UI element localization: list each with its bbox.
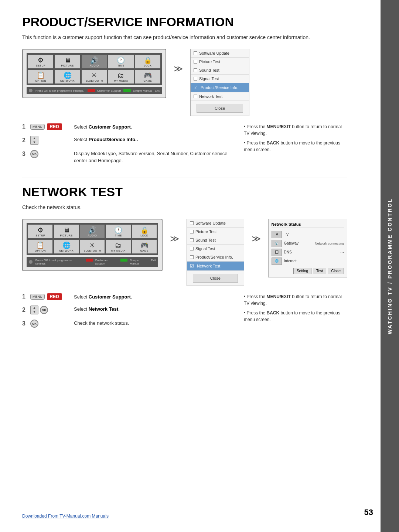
time2-label: TIME: [115, 234, 122, 237]
dns-network-icon: 🔲: [272, 249, 282, 256]
side-menu-1: Software Update Picture Test Sound Test …: [190, 49, 249, 116]
step3-text: Display Model/Type, Software version, Se…: [74, 150, 233, 164]
software-update-label: Software Update: [199, 51, 229, 55]
simple-manual-bar-2: Simple Manual: [130, 259, 149, 265]
tip2-2: • Press the BACK button to move to the p…: [244, 310, 347, 323]
option-label: OPTION: [35, 79, 46, 82]
setup2-label: SETUP: [35, 234, 45, 237]
side-menu-item-software-update: Software Update: [191, 49, 249, 58]
arrow-right-3: ≫: [252, 233, 261, 244]
ok-btn-label-3: OK: [32, 322, 37, 325]
tv-menu-grid-1: ⚙ SETUP 🖥 PICTURE 🔊 AUDIO 🕐 TIME 🔒: [27, 53, 162, 85]
section-divider: [22, 177, 347, 177]
network-row-gateway: 📡 Gateway Network connecting: [272, 240, 344, 247]
network-row-internet: 🌐 Internet: [272, 258, 344, 265]
press-ok-label: Press OK to set programme settings.: [35, 89, 84, 92]
menu2-item-bluetooth: ✳ BLUETOOTH: [80, 240, 105, 253]
nav-arrows-2: ▲ ▼: [30, 306, 38, 314]
section1-step3: 3 OK Display Model/Type, Software versio…: [22, 150, 233, 164]
ok-btn-label: OK: [32, 152, 37, 156]
section1-steps-area: 1 MENU RED Select Customer Support. 2 ▲: [22, 123, 347, 170]
lock2-label: LOCK: [140, 234, 148, 237]
sound-test-label: Sound Test: [199, 68, 219, 72]
audio-label: AUDIO: [90, 64, 99, 67]
simple-manual-bar: Simple Manual: [133, 89, 153, 92]
side-menu-close-1[interactable]: Close: [197, 104, 243, 113]
check-product-info-icon: ☑: [194, 85, 198, 90]
section1-title: PRODUCT/SERVICE INFORMATION: [22, 15, 347, 29]
section2-steps-main: 1 MENU RED Select Customer Support. 2 ▲: [22, 293, 233, 333]
picture-icon: 🖥: [64, 57, 71, 64]
red-badge-1: RED: [47, 123, 62, 130]
s2-step1-text: Select Customer Support.: [74, 293, 233, 301]
network-test-label: Network Test: [199, 94, 222, 99]
side2-menu-item-product-info: Product/Service Info.: [187, 253, 244, 262]
nav-arrows-wrap: ▲ ▼: [30, 136, 38, 145]
option2-icon: 📋: [36, 242, 44, 249]
mymedia2-label: MY MEDIA: [111, 249, 126, 252]
footer-link[interactable]: Downloaded From TV-Manual.com Manuals: [22, 514, 109, 519]
connecting-label: Network connecting: [315, 242, 344, 245]
check-network-test: [194, 95, 197, 98]
section2-screenshot-area: ⚙ SETUP 🖥 PICTURE 🔊 AUDIO 🕐 TIME 🔒: [22, 219, 347, 286]
network-diagram: 🖥 TV 📡 Gateway Network connecting 🔲 DNS …: [272, 231, 344, 265]
menu-item-audio: 🔊 AUDIO: [82, 55, 107, 68]
audio2-label: AUDIO: [88, 234, 97, 237]
menu2-item-network: 🌐 NETWORK: [54, 240, 78, 253]
menu-item-network: 🌐 NETWORK: [55, 70, 80, 83]
menu-button-2[interactable]: MENU: [30, 294, 45, 300]
red-btn-2: [86, 259, 93, 262]
ok-button-1[interactable]: OK: [30, 150, 38, 158]
step1-wrap: 1 MENU RED: [22, 123, 70, 130]
bluetooth2-icon: ✳: [89, 242, 95, 249]
nav-down-arrow-2[interactable]: ▼: [31, 310, 38, 314]
menu-button-1[interactable]: MENU: [30, 124, 45, 130]
side-menu-item-product-info: ☑ Product/Service Info.: [191, 83, 249, 92]
nav-up-arrow-2[interactable]: ▲: [31, 306, 38, 310]
tip1-1: • Press the MENU/EXIT button to return t…: [244, 123, 347, 137]
menu-item-lock: 🔒 LOCK: [135, 55, 160, 68]
nav-up-arrow[interactable]: ▲: [31, 136, 38, 140]
picture-test-label-2: Picture Test: [195, 229, 216, 234]
side-text-label: WATCHING TV / PROGRAMME CONTROL: [387, 198, 393, 334]
step1-text: Select Customer Support.: [74, 123, 233, 131]
sound-test-label-2: Sound Test: [195, 238, 216, 242]
menu2-item-audio: 🔊 AUDIO: [80, 225, 105, 238]
tv-bottom-bar-2: Press OK to set programme settings. Cust…: [27, 257, 158, 267]
network-status-panel: Network Status 🖥 TV 📡 Gateway Network co…: [268, 219, 347, 277]
lock-label: LOCK: [144, 64, 151, 67]
step2-wrap: 2 ▲ ▼: [22, 136, 70, 145]
nav-down-arrow[interactable]: ▼: [31, 140, 38, 144]
step3-wrap: 3 OK: [22, 150, 70, 158]
bluetooth-icon: ✳: [91, 72, 97, 79]
picture-label: PICTURE: [61, 64, 74, 67]
product-info-label-2: Product/Service Info.: [195, 255, 233, 259]
setup-icon: ⚙: [38, 57, 44, 64]
menu-item-time: 🕐 TIME: [108, 55, 133, 68]
signal-test-label: Signal Test: [199, 76, 219, 81]
side-menu-close-2[interactable]: Close: [193, 274, 238, 283]
side-menu-item-signal-test: Signal Test: [191, 75, 249, 83]
arrow-right-1: ≫: [174, 64, 183, 74]
ok-button-2[interactable]: OK: [40, 306, 48, 314]
back-bold-1: BACK: [267, 140, 280, 146]
network-setting-button[interactable]: Setting: [293, 268, 311, 274]
side2-menu-item-software-update: Software Update: [187, 219, 244, 228]
ok-button-3[interactable]: OK: [30, 320, 38, 328]
game-label: GAME: [143, 79, 152, 82]
internet-network-icon: 🌐: [272, 258, 282, 265]
step2-num: 2: [22, 137, 28, 144]
network-test-bold: Network Test: [89, 306, 119, 312]
back-bold-2: BACK: [267, 310, 280, 316]
network-test-button[interactable]: Test: [313, 268, 326, 274]
customer-support-bar-2: Customer Support: [95, 259, 118, 265]
menu2-item-setup: ⚙ SETUP: [28, 225, 52, 238]
game2-label: GAME: [140, 249, 149, 252]
menu-exit-bold-1: MENU/EXIT: [267, 124, 291, 129]
network-close-button[interactable]: Close: [328, 268, 344, 274]
option2-label: OPTION: [35, 249, 46, 252]
side-text: WATCHING TV / PROGRAMME CONTROL: [381, 0, 399, 532]
section1-desc: This function is a customer support func…: [22, 34, 347, 41]
tv-network-label: TV: [284, 232, 289, 236]
section1-screenshot-area: ⚙ SETUP 🖥 PICTURE 🔊 AUDIO 🕐 TIME 🔒: [22, 49, 347, 116]
